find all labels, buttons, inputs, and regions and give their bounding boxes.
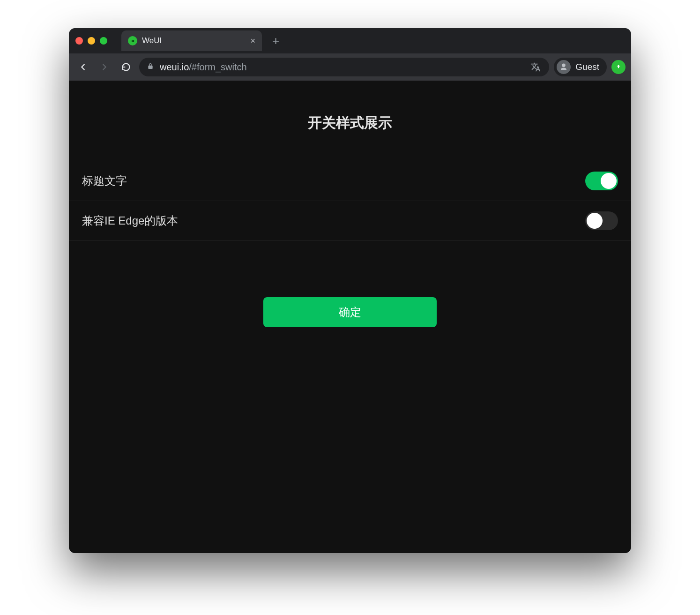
profile-chip[interactable]: Guest xyxy=(554,58,607,76)
switch-knob xyxy=(587,213,603,229)
browser-window: WeUI × + weui.io/#form_switch xyxy=(69,28,631,553)
back-button[interactable] xyxy=(74,59,91,75)
submit-button[interactable]: 确定 xyxy=(263,297,437,327)
arrow-left-icon xyxy=(78,62,88,72)
cell-label: 标题文字 xyxy=(82,173,127,188)
close-tab-button[interactable]: × xyxy=(250,36,255,46)
arrow-right-icon xyxy=(99,62,110,72)
switch-knob xyxy=(601,173,617,189)
tab-title: WeUI xyxy=(142,36,162,45)
url-host: weui.io xyxy=(160,62,189,72)
reload-button[interactable] xyxy=(118,59,134,75)
switch-toggle[interactable] xyxy=(585,172,618,190)
window-close-button[interactable] xyxy=(75,37,83,45)
reload-icon xyxy=(121,62,131,72)
window-zoom-button[interactable] xyxy=(100,37,107,45)
new-tab-button[interactable]: + xyxy=(272,34,279,48)
page-viewport: 开关样式展示 标题文字 兼容IE Edge的版本 确定 xyxy=(69,81,631,553)
forward-button[interactable] xyxy=(96,59,113,75)
upload-arrow-icon xyxy=(615,64,622,70)
window-minimize-button[interactable] xyxy=(88,37,95,45)
page-title: 开关样式展示 xyxy=(69,81,631,161)
switch-cell: 兼容IE Edge的版本 xyxy=(69,201,631,241)
wechat-favicon-icon xyxy=(128,36,137,45)
lock-icon xyxy=(147,62,154,72)
browser-tab[interactable]: WeUI × xyxy=(121,30,262,51)
translate-icon[interactable] xyxy=(529,61,542,73)
cell-label: 兼容IE Edge的版本 xyxy=(82,213,178,228)
window-controls xyxy=(75,37,107,45)
switch-cell: 标题文字 xyxy=(69,161,631,201)
address-bar[interactable]: weui.io/#form_switch xyxy=(139,58,549,76)
form-cells: 标题文字 兼容IE Edge的版本 xyxy=(69,161,631,241)
weui-page: 开关样式展示 标题文字 兼容IE Edge的版本 确定 xyxy=(69,81,631,355)
profile-label: Guest xyxy=(575,62,599,72)
tab-strip: WeUI × + xyxy=(69,28,631,53)
button-area: 确定 xyxy=(69,241,631,327)
url-path: /#form_switch xyxy=(189,62,246,72)
switch-toggle[interactable] xyxy=(585,211,618,230)
extension-button[interactable] xyxy=(611,60,626,74)
guest-avatar-icon xyxy=(557,60,571,74)
browser-toolbar: weui.io/#form_switch Guest xyxy=(69,53,631,81)
url-text: weui.io/#form_switch xyxy=(160,62,247,73)
